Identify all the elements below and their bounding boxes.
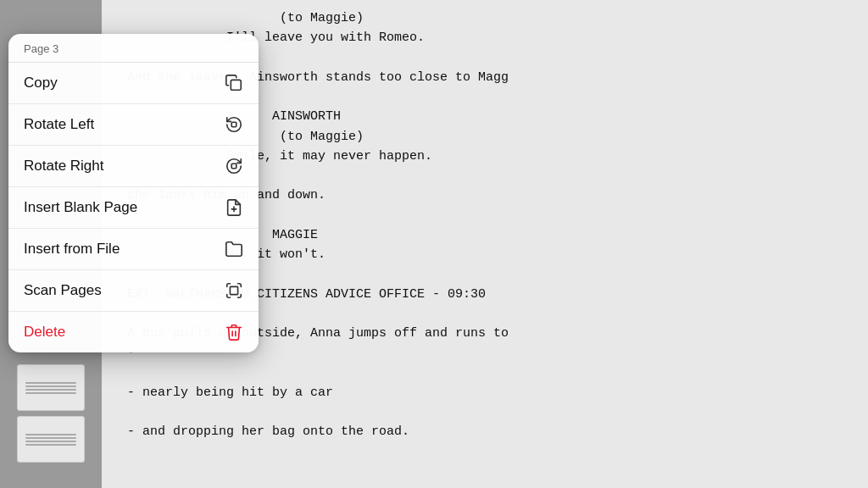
script-line <box>127 363 843 383</box>
script-line: (to Maggie) <box>127 8 843 28</box>
rotate-right-icon <box>225 157 243 175</box>
delete-label: Delete <box>24 324 65 341</box>
rotate-right-menu-item[interactable]: Rotate Right <box>8 146 259 187</box>
rotate-left-menu-item[interactable]: Rotate Left <box>8 104 259 146</box>
insert-file-icon <box>225 240 243 258</box>
scan-pages-label: Scan Pages <box>24 282 102 299</box>
insert-file-label: Insert from File <box>24 241 120 258</box>
rotate-left-icon <box>225 115 243 134</box>
page-thumbnail-1[interactable] <box>17 364 85 411</box>
rotate-right-label: Rotate Right <box>24 158 104 175</box>
scan-icon <box>225 281 243 300</box>
copy-menu-item[interactable]: Copy <box>8 63 259 104</box>
svg-rect-2 <box>231 164 236 169</box>
svg-rect-5 <box>230 286 237 294</box>
scan-pages-menu-item[interactable]: Scan Pages <box>8 270 259 312</box>
page-thumbnail-2[interactable] <box>17 416 85 463</box>
script-line: - and dropping her bag onto the road. <box>127 422 843 441</box>
insert-blank-menu-item[interactable]: Insert Blank Page <box>8 187 259 229</box>
copy-label: Copy <box>24 75 58 92</box>
svg-rect-0 <box>231 80 241 90</box>
copy-icon <box>225 74 243 92</box>
delete-menu-item[interactable]: Delete <box>8 312 259 352</box>
insert-file-menu-item[interactable]: Insert from File <box>8 229 259 270</box>
rotate-left-label: Rotate Left <box>24 116 94 133</box>
context-menu: Page 3 Copy Rotate Left Rotate Right <box>8 34 259 352</box>
trash-icon <box>225 323 243 341</box>
script-line <box>127 402 843 422</box>
insert-blank-icon <box>225 198 243 217</box>
insert-blank-label: Insert Blank Page <box>24 199 137 216</box>
menu-header: Page 3 <box>8 34 259 63</box>
script-line: - nearly being hit by a car <box>127 383 843 402</box>
svg-rect-1 <box>231 122 236 127</box>
